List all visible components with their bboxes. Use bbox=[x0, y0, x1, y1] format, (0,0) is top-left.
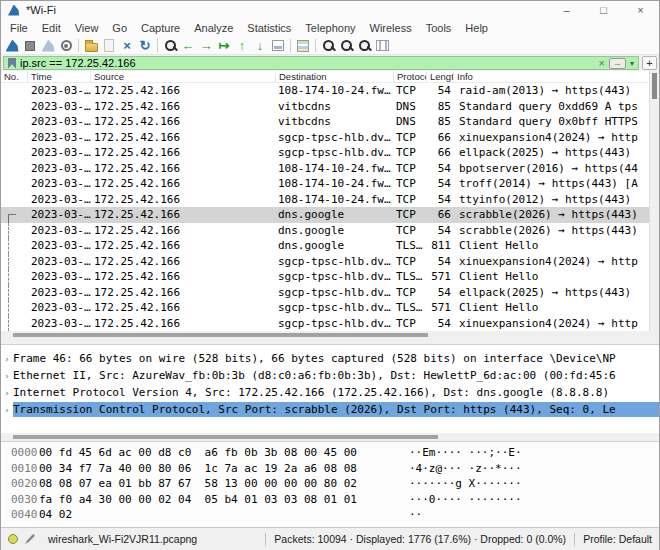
display-filter-input[interactable]: ip.src == 172.25.42.166 × → ▾ bbox=[3, 56, 639, 70]
colorize-button[interactable] bbox=[294, 37, 312, 54]
open-file-button[interactable] bbox=[82, 37, 100, 54]
minimize-button[interactable]: – bbox=[548, 1, 585, 19]
packet-row[interactable]: 2023-03-…172.25.42.166dns.googleTLS…811C… bbox=[1, 238, 649, 254]
capture-options-icon bbox=[61, 40, 72, 51]
zoom-in-button[interactable] bbox=[319, 37, 337, 54]
close-file-button[interactable]: × bbox=[118, 37, 136, 54]
menu-wireless[interactable]: Wireless bbox=[363, 22, 419, 34]
resize-columns-button[interactable] bbox=[373, 37, 391, 54]
hex-ascii: ·· bbox=[409, 508, 422, 521]
menu-capture[interactable]: Capture bbox=[134, 22, 187, 34]
column-header-destination[interactable]: Destination bbox=[276, 71, 394, 82]
toolbar-separator bbox=[157, 39, 158, 52]
stop-capture-button[interactable] bbox=[21, 37, 39, 54]
save-file-button[interactable] bbox=[100, 37, 118, 54]
hex-row[interactable]: 001000 34 f7 7a 40 00 80 06 1c 7a ac 19 … bbox=[1, 462, 659, 478]
close-button[interactable]: × bbox=[622, 1, 659, 19]
profile-label[interactable]: Profile: Default bbox=[583, 533, 652, 545]
column-header-time[interactable]: Time bbox=[28, 71, 91, 82]
hex-row[interactable]: 000000 fd 45 6d ac 00 d8 c0 a6 fb 0b 3b … bbox=[1, 446, 659, 462]
go-forward-button[interactable]: → bbox=[197, 37, 215, 54]
packet-row[interactable]: 2023-03-…172.25.42.166vitbcdnsDNS85Stand… bbox=[1, 99, 649, 115]
menu-bar: FileEditViewGoCaptureAnalyzeStatisticsTe… bbox=[1, 19, 659, 37]
find-packet-button[interactable] bbox=[161, 37, 179, 54]
hex-row[interactable]: 004004 02·· bbox=[1, 508, 659, 524]
detail-frame[interactable]: ›Frame 46: 66 bytes on wire (528 bits), … bbox=[1, 350, 659, 367]
expander-icon[interactable]: › bbox=[1, 388, 13, 398]
filter-apply-icon[interactable]: → bbox=[609, 58, 626, 69]
packet-row[interactable]: 2023-03-…172.25.42.166sgcp-tpsc-hlb.dv…T… bbox=[1, 254, 649, 270]
details-horizontal-scrollbar[interactable] bbox=[1, 433, 659, 441]
hex-bytes: 00 fd 45 6d ac 00 d8 c0 a6 fb 0b 3b 08 0… bbox=[39, 446, 409, 459]
capture-comment-icon[interactable] bbox=[25, 534, 35, 544]
toolbar-separator bbox=[315, 39, 316, 52]
expander-icon[interactable]: › bbox=[1, 354, 13, 364]
column-header-source[interactable]: Source bbox=[91, 71, 276, 82]
auto-scroll-button[interactable] bbox=[269, 37, 287, 54]
packet-row[interactable]: 2023-03-…172.25.42.166sgcp-tpsc-hlb.dv…T… bbox=[1, 316, 649, 332]
packet-row[interactable]: 2023-03-…172.25.42.166sgcp-tpsc-hlb.dv…T… bbox=[1, 285, 649, 301]
column-header-no[interactable]: No. bbox=[1, 71, 28, 82]
menu-view[interactable]: View bbox=[68, 22, 106, 34]
menu-analyze[interactable]: Analyze bbox=[187, 22, 240, 34]
filter-clear-icon[interactable]: × bbox=[599, 58, 605, 68]
filter-dropdown-icon[interactable]: ▾ bbox=[630, 59, 634, 68]
filter-expression[interactable]: ip.src == 172.25.42.166 bbox=[20, 57, 595, 69]
expert-info-icon[interactable] bbox=[8, 534, 18, 544]
reload-file-button[interactable]: ↻ bbox=[136, 37, 154, 54]
hex-row[interactable]: 002008 08 07 ea 01 bb 87 67 58 13 00 00 … bbox=[1, 477, 659, 493]
cell-source: 172.25.42.166 bbox=[91, 239, 276, 252]
menu-file[interactable]: File bbox=[3, 22, 35, 34]
go-back-button[interactable]: ← bbox=[179, 37, 197, 54]
packet-row[interactable]: 2023-03-…172.25.42.166sgcp-tpsc-hlb.dv…T… bbox=[1, 269, 649, 285]
status-separator bbox=[574, 533, 575, 546]
detail-ip[interactable]: ›Internet Protocol Version 4, Src: 172.2… bbox=[1, 384, 659, 401]
packet-list-vertical-scrollbar[interactable] bbox=[649, 71, 659, 331]
packet-row[interactable]: 2023-03-…172.25.42.166sgcp-tpsc-hlb.dv…T… bbox=[1, 300, 649, 316]
restart-capture-icon bbox=[42, 40, 55, 52]
packet-row[interactable]: 2023-03-…172.25.42.166108-174-10-24.fw…T… bbox=[1, 176, 649, 192]
expander-icon[interactable]: › bbox=[1, 371, 13, 381]
start-capture-button[interactable] bbox=[3, 37, 21, 54]
filter-bookmark-icon[interactable] bbox=[8, 58, 16, 69]
go-first-packet-button[interactable]: ↑ bbox=[233, 37, 251, 54]
packet-row[interactable]: 2023-03-…172.25.42.166108-174-10-24.fw…T… bbox=[1, 192, 649, 208]
packet-list-horizontal-scrollbar[interactable] bbox=[1, 331, 659, 339]
packet-row[interactable]: 2023-03-…172.25.42.166108-174-10-24.fw…T… bbox=[1, 161, 649, 177]
column-header-info[interactable]: Info bbox=[454, 71, 649, 82]
hex-bytes: 04 02 bbox=[39, 508, 409, 521]
hex-row[interactable]: 0030fa f0 a4 30 00 00 02 04 05 b4 01 03 … bbox=[1, 493, 659, 509]
capture-filename[interactable]: wireshark_Wi-Fi2VJR11.pcapng bbox=[48, 533, 197, 545]
go-to-packet-button[interactable]: ↦ bbox=[215, 37, 233, 54]
scrollbar-thumb[interactable] bbox=[13, 333, 428, 337]
go-last-packet-button[interactable]: ↓ bbox=[251, 37, 269, 54]
restart-capture-button[interactable] bbox=[39, 37, 57, 54]
menu-statistics[interactable]: Statistics bbox=[240, 22, 298, 34]
packet-row[interactable]: 2023-03-…172.25.42.166sgcp-tpsc-hlb.dv…T… bbox=[1, 145, 649, 161]
capture-options-button[interactable] bbox=[57, 37, 75, 54]
expander-icon[interactable]: › bbox=[1, 405, 13, 415]
menu-help[interactable]: Help bbox=[458, 22, 495, 34]
detail-ethernet[interactable]: ›Ethernet II, Src: AzureWav_fb:0b:3b (d8… bbox=[1, 367, 659, 384]
zoom-reset-button[interactable] bbox=[355, 37, 373, 54]
packet-row[interactable]: 2023-03-…172.25.42.166sgcp-tpsc-hlb.dv…T… bbox=[1, 130, 649, 146]
maximize-button[interactable]: □ bbox=[585, 1, 622, 19]
zoom-out-button[interactable] bbox=[337, 37, 355, 54]
cell-time: 2023-03-… bbox=[28, 146, 91, 159]
column-header-protocol[interactable]: Protocol bbox=[394, 71, 427, 82]
packet-row[interactable]: 2023-03-…172.25.42.166108-174-10-24.fw…T… bbox=[1, 83, 649, 99]
packet-row[interactable]: 2023-03-…172.25.42.166vitbcdnsDNS85Stand… bbox=[1, 114, 649, 130]
scrollbar-thumb[interactable] bbox=[652, 73, 657, 99]
scrollbar-thumb[interactable] bbox=[13, 435, 438, 439]
menu-tools[interactable]: Tools bbox=[419, 22, 459, 34]
filter-add-button[interactable]: + bbox=[642, 56, 657, 70]
column-header-length[interactable]: Length bbox=[427, 71, 454, 82]
packet-row[interactable]: 2023-03-…172.25.42.166dns.googleTCP66scr… bbox=[1, 207, 649, 223]
menu-go[interactable]: Go bbox=[105, 22, 134, 34]
menu-telephony[interactable]: Telephony bbox=[298, 22, 362, 34]
menu-edit[interactable]: Edit bbox=[35, 22, 68, 34]
detail-tcp[interactable]: ›Transmission Control Protocol, Src Port… bbox=[1, 401, 659, 418]
cell-source: 172.25.42.166 bbox=[91, 84, 276, 97]
packet-row[interactable]: 2023-03-…172.25.42.166dns.googleTCP54scr… bbox=[1, 223, 649, 239]
cell-info: scrabble(2026) → https(443) bbox=[454, 208, 649, 221]
